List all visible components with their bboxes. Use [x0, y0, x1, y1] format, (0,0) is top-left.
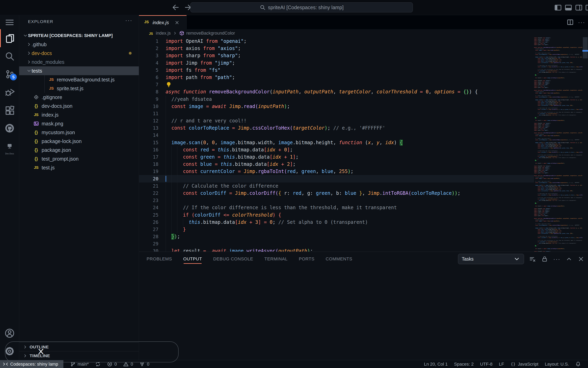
- command-center[interactable]: spriteAI [Codespaces: shiny lamp]: [190, 2, 413, 12]
- status-ln-20-col-1[interactable]: Ln 20, Col 1: [421, 362, 451, 367]
- editor-scrollbar[interactable]: [582, 37, 588, 252]
- code-line-16[interactable]: 16 const red = this.bitmap.data[idx + 0]…: [139, 146, 534, 153]
- code-line-18[interactable]: 18 const blue = this.bitmap.data[idx + 2…: [139, 161, 534, 168]
- code-line-27[interactable]: 27 }: [139, 226, 534, 233]
- panel-tab-comments[interactable]: COMMENTS: [326, 252, 352, 266]
- code-line-15[interactable]: 15 image.scan(0, 0, image.bitmap.width, …: [139, 139, 534, 146]
- customize-layout-icon[interactable]: [585, 4, 588, 12]
- tree-item-spriteai-codespaces-shiny-lamp-[interactable]: SPRITEAI [CODESPACES: SHINY LAMP]: [19, 31, 139, 40]
- tree-item-sprite-test-js[interactable]: JSsprite.test.js: [19, 84, 139, 93]
- code-line-14[interactable]: 14: [139, 132, 534, 139]
- code-line-30[interactable]: 30 let result = await image.writeAsync(o…: [139, 247, 534, 252]
- code-line-23[interactable]: 23: [139, 197, 534, 204]
- activity-extensions[interactable]: [0, 101, 19, 119]
- code-line-10[interactable]: 10 const image = await Jimp.read(inputPa…: [139, 103, 534, 110]
- breadcrumb-item[interactable]: removeBackgroundColor: [186, 31, 235, 36]
- code-editor[interactable]: 1import OpenAI from "openai";2import axi…: [139, 37, 534, 252]
- close-panel-icon[interactable]: [578, 256, 584, 262]
- code-line-19[interactable]: 19 const currentColor = Jimp.rgbaToInt(r…: [139, 168, 534, 175]
- tree-item-mask-png[interactable]: mask.png: [19, 119, 139, 128]
- code-line-26[interactable]: 26 this.bitmap.data[idx + 3] = 0; // Set…: [139, 219, 534, 226]
- lock-icon[interactable]: [541, 256, 548, 262]
- output-channel-select[interactable]: Tasks: [458, 254, 524, 264]
- toggle-primary-sidebar-icon[interactable]: [554, 4, 562, 12]
- activity-source-control[interactable]: 5: [0, 65, 19, 83]
- tree-item-mycustom-json[interactable]: {}mycustom.json: [19, 128, 139, 137]
- code-line-2[interactable]: 2import axios from "axios";: [139, 45, 534, 52]
- tree-item--gitignore[interactable]: .gitignore: [19, 93, 139, 101]
- tree-item-test-prompt-json[interactable]: {}test_prompt.json: [19, 154, 139, 163]
- activity-github[interactable]: [0, 119, 19, 137]
- code-line-22[interactable]: 22 const colorDiff = Jimp.colorDiff({ r:…: [139, 190, 534, 197]
- code-line-20[interactable]: 20: [139, 175, 534, 182]
- breadcrumb-item[interactable]: index.js: [156, 31, 171, 36]
- status-utf-8[interactable]: UTF-8: [477, 362, 496, 367]
- activity-settings[interactable]: [0, 342, 19, 360]
- code-line-28[interactable]: 28 });: [139, 233, 534, 240]
- status-lf[interactable]: LF: [496, 362, 507, 367]
- maximize-panel-icon[interactable]: [566, 256, 572, 262]
- scrollbar-thumb[interactable]: [583, 37, 588, 58]
- clear-output-icon[interactable]: [529, 256, 536, 262]
- code-line-7[interactable]: 7: [139, 81, 534, 88]
- panel-tab-problems[interactable]: PROBLEMS: [147, 252, 172, 266]
- tree-item-tests[interactable]: tests: [19, 66, 139, 75]
- status-sync[interactable]: [92, 360, 104, 368]
- activity-menu[interactable]: [0, 17, 19, 28]
- status-0[interactable]: 0: [120, 360, 136, 368]
- status-main-[interactable]: main*: [67, 360, 92, 368]
- code-line-29[interactable]: 29: [139, 240, 534, 247]
- tree-item--github[interactable]: .github: [19, 40, 139, 49]
- code-line-12[interactable]: 12 // r and t are very cool!!: [139, 117, 534, 124]
- editor-more-actions-icon[interactable]: ···: [578, 18, 585, 26]
- code-line-5[interactable]: 5import fs from "fs": [139, 67, 534, 74]
- split-editor-icon[interactable]: [566, 18, 574, 26]
- panel-tab-terminal[interactable]: TERMINAL: [264, 252, 288, 266]
- tree-item-test-js[interactable]: JStest.js: [19, 163, 139, 172]
- panel-tab-ports[interactable]: PORTS: [299, 252, 314, 266]
- tree-item-dev-docs-json[interactable]: {}dev-docs.json: [19, 101, 139, 110]
- toggle-panel-icon[interactable]: [564, 4, 572, 12]
- code-line-6[interactable]: 6import path from "path";: [139, 74, 534, 81]
- more-actions-icon[interactable]: ···: [553, 256, 560, 262]
- code-line-8[interactable]: 8async function removeBackgroundColor(in…: [139, 88, 534, 95]
- panel-tab-output[interactable]: OUTPUT: [183, 252, 202, 266]
- explorer-more-actions[interactable]: ···: [125, 17, 132, 24]
- activity-accounts[interactable]: [0, 324, 19, 342]
- status-bell[interactable]: [572, 361, 584, 367]
- code-line-24[interactable]: 24 // If the color difference is less th…: [139, 204, 534, 211]
- back-arrow-icon[interactable]: [171, 3, 180, 12]
- tree-item-node-modules[interactable]: node_modules: [19, 58, 139, 66]
- toggle-secondary-sidebar-icon[interactable]: [575, 4, 583, 12]
- status-0[interactable]: 0: [104, 360, 120, 368]
- activity-search[interactable]: [0, 47, 19, 65]
- close-tab-icon[interactable]: [175, 20, 180, 25]
- minimap[interactable]: import OpenAI from "openai";import axios…: [534, 37, 582, 252]
- tree-item-index-js[interactable]: JSindex.js: [19, 110, 139, 119]
- code-line-11[interactable]: 11: [139, 110, 534, 117]
- status-0[interactable]: 0: [136, 360, 152, 368]
- tree-item-dev-docs[interactable]: dev-docs: [19, 49, 139, 58]
- tab-index-js[interactable]: JS index.js: [139, 15, 187, 29]
- activity-explorer[interactable]: [0, 29, 19, 47]
- activity-dev-docs[interactable]: Dev-Docs: [0, 137, 19, 155]
- panel-tab-debug-console[interactable]: DEBUG CONSOLE: [213, 252, 253, 266]
- code-line-1[interactable]: 1import OpenAI from "openai";: [139, 37, 534, 45]
- code-line-4[interactable]: 4import Jimp from "jimp";: [139, 59, 534, 67]
- status-javascript[interactable]: {}JavaScript: [507, 361, 542, 367]
- status-layout-u-s-[interactable]: Layout: U.S.: [542, 362, 572, 367]
- code-line-3[interactable]: 3import sharp from "sharp";: [139, 52, 534, 59]
- lightbulb-icon[interactable]: [165, 82, 172, 88]
- status-codespaces-shiny-lamp[interactable]: Codespaces: shiny lamp: [0, 360, 64, 368]
- section-outline[interactable]: OUTLINE: [19, 342, 139, 351]
- code-line-13[interactable]: 13 const colorToReplace = Jimp.cssColorT…: [139, 124, 534, 132]
- code-line-17[interactable]: 17 const green = this.bitmap.data[idx + …: [139, 153, 534, 161]
- tree-item-package-lock-json[interactable]: {}package-lock.json: [19, 137, 139, 146]
- section-timeline[interactable]: TIMELINE: [19, 351, 139, 360]
- status-spaces-2[interactable]: Spaces: 2: [451, 362, 477, 367]
- code-line-9[interactable]: 9 //yeah fdsatea: [139, 96, 534, 103]
- tree-item-removebackground-test-js[interactable]: JSremoveBackground.test.js: [19, 75, 139, 84]
- code-line-21[interactable]: 21 // Calculate the color difference: [139, 182, 534, 190]
- code-line-25[interactable]: 25 if (colorDiff <= colorThreshold) {: [139, 212, 534, 219]
- tree-item-package-json[interactable]: {}package.json: [19, 146, 139, 154]
